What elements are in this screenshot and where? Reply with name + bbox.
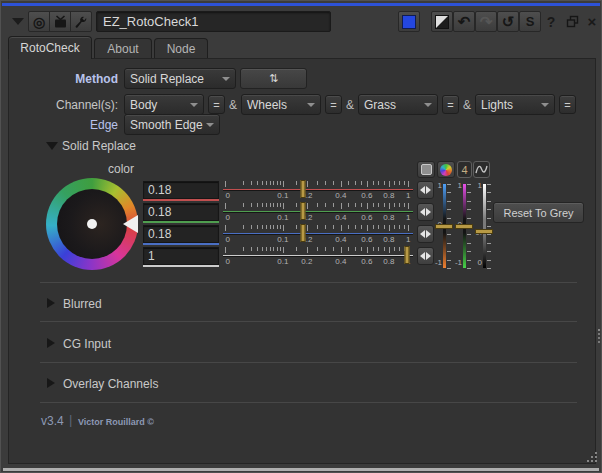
tick-label: 1 (406, 191, 410, 200)
script-button[interactable]: S (519, 11, 541, 32)
blue-slider[interactable]: 00.10.20.40.60.81 (223, 224, 413, 244)
channel-equals-button-4[interactable]: = (559, 95, 576, 114)
tick-mark (384, 203, 385, 207)
green-value-field[interactable] (143, 203, 219, 221)
curve-icon (475, 164, 488, 175)
gl-color-button[interactable] (431, 11, 453, 32)
revert-button[interactable]: ↺ (497, 11, 519, 32)
alpha-nudge-button[interactable] (417, 247, 434, 265)
collapsed-triangle-icon[interactable] (47, 378, 55, 388)
float-window-icon (566, 15, 579, 28)
method-dropdown[interactable]: Solid Replace (124, 68, 236, 89)
channel-equals-button-2[interactable]: = (325, 95, 342, 114)
tick-mark (243, 181, 244, 185)
redo-button[interactable]: ↷ (475, 11, 497, 32)
tick-label: 0.8 (383, 191, 394, 200)
group-header-overlay-channels[interactable]: Overlay Channels (63, 377, 158, 391)
tick-mark (378, 181, 379, 185)
undo-button[interactable]: ↶ (453, 11, 475, 32)
hue-marker-icon[interactable] (123, 215, 138, 233)
green-slider[interactable]: 00.10.20.40.60.81 (223, 202, 413, 222)
tick-mark (389, 181, 390, 187)
bottom-splitter-bar[interactable] (3, 468, 599, 471)
group-header-cg-input[interactable]: CG Input (63, 337, 111, 351)
tick-mark (447, 201, 451, 202)
tick-mark (348, 225, 349, 229)
red-slider[interactable]: 00.10.20.40.60.81 (223, 180, 413, 200)
node-color-button[interactable] (398, 11, 420, 32)
blue-value-field[interactable] (143, 225, 219, 243)
tick-mark (487, 201, 491, 202)
tick-mark (333, 181, 334, 185)
blue-nudge-button[interactable] (417, 225, 434, 243)
color-wheel-toggle-button[interactable] (437, 161, 455, 178)
edge-dropdown[interactable]: Smooth Edge (124, 114, 220, 135)
settings-button[interactable] (70, 11, 92, 32)
temperature-handle[interactable] (435, 224, 453, 229)
curve-editor-button[interactable] (473, 161, 490, 178)
panel-menu-button[interactable] (9, 11, 27, 32)
channel-dropdown-4[interactable]: Lights (475, 94, 555, 115)
tick-mark (373, 225, 374, 229)
chevron-down-icon (541, 103, 549, 107)
temperature-vertical-slider[interactable]: 10-1 (435, 180, 455, 272)
solid-replace-group-header[interactable]: Solid Replace (62, 139, 136, 153)
node-name-input[interactable] (96, 11, 331, 32)
channel-dropdown-2[interactable]: Wheels (241, 94, 321, 115)
channel-equals-button-3[interactable]: = (442, 95, 459, 114)
tick-mark (394, 203, 395, 207)
magenta-vertical-slider[interactable]: 10-1 (455, 180, 475, 272)
node-properties-window: ◎ ↶ ↷ ↺ S ? × Rot (0, 0, 602, 473)
monitor-button[interactable] (49, 11, 71, 32)
alpha-slider[interactable]: 00.10.20.40.60.81 (223, 246, 413, 266)
red-value-field[interactable] (143, 181, 219, 199)
collapsed-triangle-icon[interactable] (47, 338, 55, 348)
green-slider-handle[interactable] (300, 202, 305, 220)
tick-label: 0.6 (361, 213, 372, 222)
green-nudge-button[interactable] (417, 203, 434, 221)
tab-node[interactable]: Node (154, 38, 208, 58)
method-value: Solid Replace (130, 72, 204, 86)
tick-mark (447, 209, 451, 210)
center-node-button[interactable]: ◎ (28, 11, 50, 32)
tick-mark (273, 225, 274, 229)
intensity-handle[interactable] (475, 229, 493, 234)
red-slider-handle[interactable] (300, 180, 305, 198)
tick-mark (384, 181, 385, 185)
color-swatch-button[interactable] (417, 161, 435, 178)
collapse-triangle-icon[interactable] (46, 142, 58, 150)
collapsed-triangle-icon[interactable] (47, 298, 55, 308)
red-nudge-button[interactable] (417, 181, 434, 199)
group-header-blurred[interactable]: Blurred (63, 297, 102, 311)
divider (40, 362, 577, 363)
channel-dropdown-3[interactable]: Grass (358, 94, 438, 115)
help-button[interactable]: ? (544, 11, 558, 32)
blue-slider-handle[interactable] (300, 224, 305, 242)
tick-mark (447, 243, 451, 244)
swap-button[interactable]: ⇅ (240, 68, 307, 89)
reset-to-grey-button[interactable]: Reset To Grey (493, 202, 584, 223)
color-wheel-cursor[interactable] (87, 219, 97, 229)
tick-mark (325, 203, 326, 207)
left-arrow-icon (420, 230, 425, 238)
tick-mark (361, 181, 362, 185)
magenta-handle[interactable] (455, 224, 473, 229)
tick-mark (487, 234, 491, 235)
float-panel-button[interactable] (564, 11, 581, 32)
tick-mark (325, 225, 326, 229)
resize-grip[interactable] (595, 452, 597, 454)
four-channel-toggle-button[interactable]: 4 (457, 161, 472, 178)
splitter-grip[interactable] (598, 329, 600, 331)
intensity-vertical-slider[interactable]: 10.0 (475, 180, 495, 272)
close-button[interactable]: × (585, 11, 599, 32)
tab-about[interactable]: About (94, 38, 152, 58)
alpha-value-field[interactable] (143, 247, 219, 265)
tick-mark (266, 203, 267, 207)
tick-mark (467, 201, 471, 202)
red-field-underline (143, 199, 219, 201)
channel-dropdown-1[interactable]: Body (124, 94, 204, 115)
swatch-icon (421, 164, 432, 175)
channel-equals-button-1[interactable]: = (208, 95, 225, 114)
alpha-slider-handle[interactable] (405, 246, 410, 264)
tab-rotocheck[interactable]: RotoCheck (8, 36, 92, 59)
